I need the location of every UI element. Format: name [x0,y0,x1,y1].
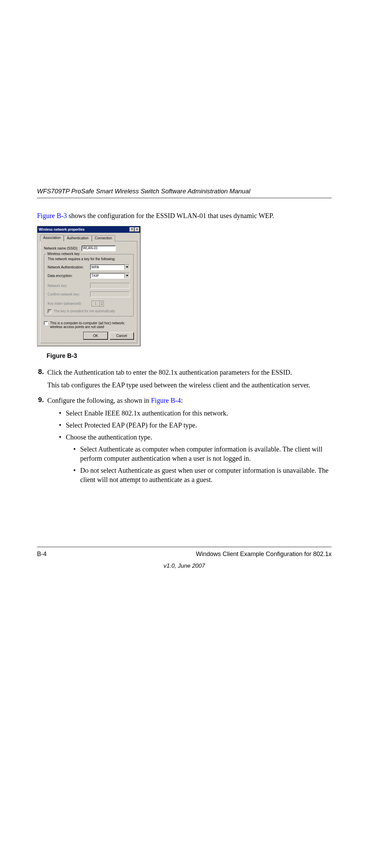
data-encryption-select[interactable]: TKIP [90,273,130,279]
step-8-line-1: Click the Authentication tab to enter th… [47,368,332,377]
document-header: WFS709TP ProSafe Smart Wireless Switch S… [37,188,332,198]
step-number: 8. [37,368,47,393]
confirm-key-input [90,291,130,297]
auto-key-label: The key is provided for me automatically [54,309,115,313]
data-encryption-value: TKIP [91,274,99,278]
adhoc-label: This is a computer-to-computer (ad hoc) … [50,321,134,329]
footer-section: Windows Client Example Configuration for… [196,551,332,558]
sub-bullet-item: Select Authenticate as computer when com… [72,445,332,463]
step-9-text: Configure the following, as shown in [47,397,151,404]
dialog-titlebar: Wireless network properties ? × [37,226,140,233]
chevron-down-icon[interactable] [124,265,130,270]
auto-key-checkbox: The key is provided for me automatically [48,309,130,313]
chevron-down-icon[interactable] [124,273,130,278]
intro-paragraph: Figure B-3 shows the configuration for t… [37,212,332,220]
checkbox-icon[interactable] [44,321,48,325]
fieldset-note: This network requires a key for the foll… [48,257,130,261]
tab-row: Association Authentication Connection [40,235,137,241]
stepper-up-icon [100,301,103,304]
ok-button[interactable]: OK [84,332,108,339]
tab-association[interactable]: Association [40,235,64,241]
wireless-key-fieldset: Wireless network key This network requir… [44,254,134,316]
adhoc-checkbox[interactable]: This is a computer-to-computer (ad hoc) … [44,321,134,329]
dialog-title: Wireless network properties [39,228,85,231]
intro-text: shows the configuration for the ESSID WL… [67,212,274,219]
key-index-label: Key index (advanced): [48,302,91,305]
step-8-line-2: This tab configures the EAP type used be… [47,381,332,390]
network-auth-label: Network Authentication: [48,265,90,269]
figure-caption: Figure B-3 [47,352,332,360]
bullet-item: Select Enable IEEE 802.1x authentication… [58,409,332,418]
footer-version: v1.0, June 2007 [37,563,332,569]
help-icon[interactable]: ? [130,227,134,232]
data-encryption-label: Data encryption: [48,274,90,278]
figure-reference-link[interactable]: Figure B-4 [151,397,181,404]
ssid-input[interactable]: WLAN-01 [82,245,116,251]
step-9-lead: Configure the following, as shown in Fig… [47,396,332,405]
network-key-input [90,283,130,289]
tab-panel: Network name (SSID): WLAN-01 Wireless ne… [40,241,137,343]
close-icon[interactable]: × [135,227,139,232]
cancel-button[interactable]: Cancel [110,332,134,339]
network-auth-select[interactable]: WPA [90,264,130,270]
confirm-key-label: Confirm network key: [48,292,90,296]
bullet-item: Choose the authentication type. Select A… [58,433,332,484]
key-index-stepper: 1 [91,301,104,306]
network-auth-value: WPA [91,265,99,269]
stepper-down-icon [100,304,103,306]
wireless-properties-dialog: Wireless network properties ? × Associat… [37,226,140,346]
step-9-tail: : [181,397,183,404]
page-footer: B-4 Windows Client Example Configuration… [37,547,332,569]
step-number: 9. [37,396,47,487]
bullet-text: Choose the authentication type. [66,433,152,441]
key-index-value: 1 [92,302,99,305]
tab-authentication[interactable]: Authentication [64,235,91,241]
bullet-item: Select Protected EAP (PEAP) for the EAP … [58,421,332,430]
page-number: B-4 [37,551,47,558]
fieldset-legend: Wireless network key [46,252,81,256]
figure-reference-link[interactable]: Figure B-3 [37,212,67,219]
tab-connection[interactable]: Connection [92,235,115,241]
network-key-label: Network key: [48,284,90,288]
checkbox-icon [48,309,52,313]
sub-bullet-item: Do not select Authenticate as guest when… [72,466,332,484]
ssid-label: Network name (SSID): [44,246,82,250]
